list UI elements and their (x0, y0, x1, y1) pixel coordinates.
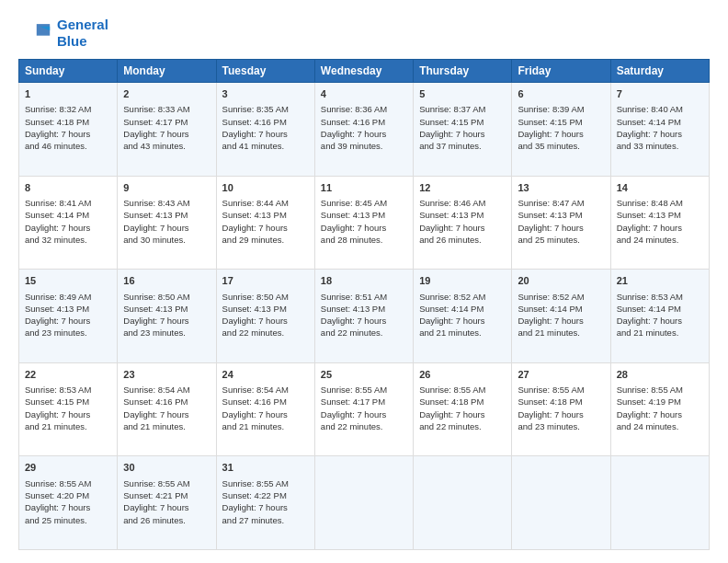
calendar-cell: 11Sunrise: 8:45 AMSunset: 4:13 PMDayligh… (314, 176, 413, 270)
day-info-line: Sunrise: 8:41 AM (25, 197, 111, 209)
day-info-line: Sunrise: 8:33 AM (123, 103, 210, 115)
day-info-line: Sunset: 4:16 PM (321, 116, 407, 128)
day-number: 31 (222, 461, 309, 475)
calendar-cell: 5Sunrise: 8:37 AMSunset: 4:15 PMDaylight… (414, 83, 512, 177)
day-info-line: Daylight: 7 hours (617, 315, 703, 327)
day-info-line: Sunset: 4:13 PM (25, 303, 111, 315)
day-info-line: Daylight: 7 hours (123, 222, 210, 234)
calendar-cell: 1Sunrise: 8:32 AMSunset: 4:18 PMDaylight… (19, 83, 118, 177)
calendar-cell: 19Sunrise: 8:52 AMSunset: 4:14 PMDayligh… (414, 270, 512, 363)
day-info-line: and 21 minutes. (123, 420, 210, 432)
calendar-cell: 6Sunrise: 8:39 AMSunset: 4:15 PMDaylight… (512, 83, 610, 177)
day-number: 25 (321, 368, 407, 382)
day-info-line: Sunrise: 8:39 AM (518, 103, 604, 115)
day-info-line: and 30 minutes. (123, 234, 210, 246)
column-header-monday: Monday (118, 60, 216, 83)
day-info-line: Daylight: 7 hours (222, 501, 309, 513)
calendar-cell: 14Sunrise: 8:48 AMSunset: 4:13 PMDayligh… (610, 176, 709, 270)
calendar-header-row: SundayMondayTuesdayWednesdayThursdayFrid… (19, 60, 710, 83)
day-info-line: Sunset: 4:13 PM (617, 209, 703, 221)
calendar-cell: 29Sunrise: 8:55 AMSunset: 4:20 PMDayligh… (19, 456, 118, 550)
day-number: 9 (123, 181, 210, 195)
day-info-line: Sunrise: 8:55 AM (222, 477, 309, 489)
day-info-line: and 23 minutes. (518, 420, 604, 432)
day-number: 21 (617, 274, 703, 288)
day-number: 7 (617, 87, 703, 101)
day-info-line: and 23 minutes. (25, 327, 111, 339)
day-info-line: and 27 minutes. (222, 514, 309, 526)
calendar-cell: 15Sunrise: 8:49 AMSunset: 4:13 PMDayligh… (19, 270, 118, 363)
logo-blue: Blue (57, 33, 87, 49)
column-header-friday: Friday (512, 60, 610, 83)
calendar-cell: 31Sunrise: 8:55 AMSunset: 4:22 PMDayligh… (216, 456, 314, 550)
day-number: 3 (222, 87, 309, 101)
day-info-line: and 39 minutes. (321, 140, 407, 152)
day-info-line: Sunrise: 8:40 AM (617, 103, 703, 115)
day-number: 27 (518, 368, 604, 382)
calendar-cell (610, 456, 709, 550)
day-number: 24 (222, 368, 309, 382)
day-number: 17 (222, 274, 309, 288)
day-number: 29 (25, 461, 111, 475)
calendar-cell: 12Sunrise: 8:46 AMSunset: 4:13 PMDayligh… (414, 176, 512, 270)
calendar-cell: 3Sunrise: 8:35 AMSunset: 4:16 PMDaylight… (216, 83, 314, 177)
day-info-line: Sunset: 4:13 PM (123, 209, 210, 221)
day-info-line: Daylight: 7 hours (222, 315, 309, 327)
logo-general: General (57, 17, 108, 32)
day-info-line: Daylight: 7 hours (419, 128, 506, 140)
calendar-cell: 18Sunrise: 8:51 AMSunset: 4:13 PMDayligh… (314, 270, 413, 363)
day-info-line: Sunset: 4:14 PM (617, 116, 703, 128)
day-number: 13 (518, 181, 604, 195)
day-info-line: Sunrise: 8:52 AM (419, 291, 506, 303)
day-info-line: Daylight: 7 hours (123, 128, 210, 140)
day-info-line: Sunset: 4:19 PM (617, 396, 703, 408)
day-info-line: Daylight: 7 hours (419, 408, 506, 420)
day-info-line: Daylight: 7 hours (321, 128, 407, 140)
day-info-line: and 21 minutes. (222, 420, 309, 432)
day-info-line: and 35 minutes. (518, 140, 604, 152)
day-info-line: Sunrise: 8:55 AM (321, 384, 407, 396)
day-info-line: Sunset: 4:13 PM (321, 209, 407, 221)
day-info-line: Sunrise: 8:54 AM (222, 384, 309, 396)
day-info-line: Sunrise: 8:53 AM (25, 384, 111, 396)
day-info-line: Sunrise: 8:43 AM (123, 197, 210, 209)
day-number: 30 (123, 461, 210, 475)
day-info-line: Sunset: 4:14 PM (25, 209, 111, 221)
day-number: 14 (617, 181, 703, 195)
day-info-line: Sunset: 4:18 PM (518, 396, 604, 408)
calendar-cell: 9Sunrise: 8:43 AMSunset: 4:13 PMDaylight… (118, 176, 216, 270)
day-info-line: and 26 minutes. (419, 234, 506, 246)
day-info-line: Sunset: 4:13 PM (222, 303, 309, 315)
day-info-line: Sunset: 4:13 PM (222, 209, 309, 221)
day-info-line: Sunset: 4:15 PM (419, 116, 506, 128)
day-info-line: and 46 minutes. (25, 140, 111, 152)
column-header-tuesday: Tuesday (216, 60, 314, 83)
day-info-line: Daylight: 7 hours (518, 222, 604, 234)
logo: General Blue (18, 17, 108, 50)
day-info-line: Sunset: 4:14 PM (419, 303, 506, 315)
day-info-line: Sunrise: 8:53 AM (617, 291, 703, 303)
calendar-week-5: 29Sunrise: 8:55 AMSunset: 4:20 PMDayligh… (19, 456, 710, 550)
calendar-cell: 26Sunrise: 8:55 AMSunset: 4:18 PMDayligh… (414, 362, 512, 456)
day-info-line: and 24 minutes. (617, 420, 703, 432)
day-info-line: Sunset: 4:13 PM (518, 209, 604, 221)
column-header-thursday: Thursday (414, 60, 512, 83)
day-info-line: Sunrise: 8:51 AM (321, 291, 407, 303)
day-info-line: Daylight: 7 hours (518, 315, 604, 327)
calendar-cell: 13Sunrise: 8:47 AMSunset: 4:13 PMDayligh… (512, 176, 610, 270)
day-info-line: Sunrise: 8:44 AM (222, 197, 309, 209)
day-info-line: and 25 minutes. (25, 514, 111, 526)
day-number: 10 (222, 181, 309, 195)
day-info-line: Daylight: 7 hours (617, 128, 703, 140)
day-info-line: and 29 minutes. (222, 234, 309, 246)
calendar-cell: 24Sunrise: 8:54 AMSunset: 4:16 PMDayligh… (216, 362, 314, 456)
day-info-line: and 23 minutes. (123, 327, 210, 339)
day-info-line: Sunrise: 8:37 AM (419, 103, 506, 115)
svg-marker-1 (37, 24, 50, 36)
calendar-cell: 16Sunrise: 8:50 AMSunset: 4:13 PMDayligh… (118, 270, 216, 363)
day-info-line: Daylight: 7 hours (123, 408, 210, 420)
day-info-line: Daylight: 7 hours (617, 222, 703, 234)
day-info-line: Sunrise: 8:36 AM (321, 103, 407, 115)
day-info-line: Daylight: 7 hours (222, 128, 309, 140)
day-info-line: Daylight: 7 hours (321, 408, 407, 420)
